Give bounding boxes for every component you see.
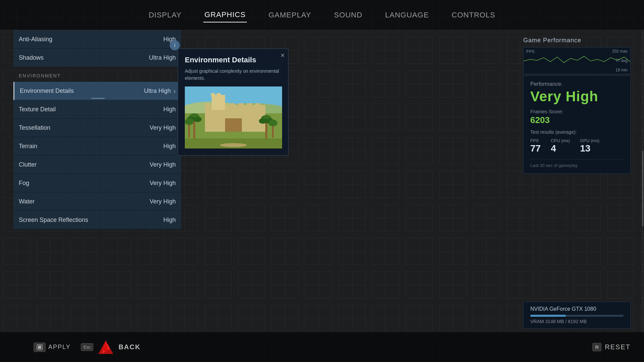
vram-bar-bg <box>530 315 624 317</box>
back-label-text: BACK <box>118 343 141 351</box>
perf-title: Game Performance <box>523 37 631 44</box>
svg-rect-13 <box>212 95 225 110</box>
nav-item-sound[interactable]: Sound <box>333 8 364 22</box>
frames-score-value: 6203 <box>530 115 624 125</box>
setting-name-antialiasing: Anti-Aliasing <box>19 36 52 43</box>
nav-item-gameplay[interactable]: Gameplay <box>267 8 312 22</box>
scrollbar-thumb[interactable] <box>642 151 643 226</box>
setting-row-texture-detail[interactable]: Texture Detail High <box>13 100 181 119</box>
setting-row-ssr[interactable]: Screen Space Reflections High <box>13 211 181 229</box>
reset-label-text: RESET <box>605 343 631 351</box>
svg-rect-11 <box>255 103 260 107</box>
vram-label: VRAM 3148 MB / 8192 MB <box>530 319 624 324</box>
perf-stat-gpu-label: GPU (ms) <box>580 138 599 143</box>
info-popup: Environment Details Adjust graphical com… <box>178 49 288 156</box>
svg-rect-32 <box>38 346 41 349</box>
setting-value-fog: Very High <box>150 180 176 187</box>
nav-item-language[interactable]: Language <box>384 8 430 22</box>
apply-button[interactable]: APPLY <box>34 343 71 352</box>
landscape-svg <box>185 86 282 148</box>
perf-stat-cpu: CPU (ms) 4 <box>551 138 570 154</box>
top-nav: Display Graphics Gameplay Sound Language… <box>0 0 644 30</box>
popup-description: Adjust graphical complexity on environme… <box>185 68 281 82</box>
svg-rect-12 <box>225 118 242 132</box>
setting-name-environment-details: Environment Details <box>20 87 74 95</box>
back-button[interactable]: Esc BACK <box>81 339 141 356</box>
setting-row-antialiasing[interactable]: Anti-Aliasing High <box>13 30 181 49</box>
perf-stats-row: FPS 77 CPU (ms) 4 GPU (ms) 13 <box>530 138 624 154</box>
setting-name-water: Water <box>19 198 35 205</box>
nav-item-controls[interactable]: Controls <box>450 8 497 22</box>
setting-row-shadows[interactable]: Shadows Ultra High <box>13 49 181 67</box>
apply-label-text: APPLY <box>48 344 71 351</box>
back-arrow-icon <box>97 339 115 356</box>
scrollbar-track <box>642 30 643 332</box>
settings-panel: Anti-Aliasing High Shadows Ultra High EN… <box>13 30 181 332</box>
svg-rect-9 <box>238 103 244 107</box>
esc-key-icon: Esc <box>81 343 94 351</box>
setting-name-terrain: Terrain <box>19 143 37 150</box>
setting-name-ssr: Screen Space Reflections <box>19 217 88 224</box>
svg-point-19 <box>194 117 202 122</box>
nav-item-display[interactable]: Display <box>147 8 183 22</box>
perf-stat-cpu-label: CPU (ms) <box>551 138 570 143</box>
svg-point-29 <box>220 143 247 147</box>
perf-stat-fps-value: 77 <box>530 143 541 154</box>
perf-label: Performance: <box>530 81 624 87</box>
setting-row-clutter[interactable]: Clutter Very High <box>13 156 181 174</box>
svg-rect-15 <box>217 93 221 97</box>
fps-graph-svg <box>524 48 630 74</box>
perf-stat-cpu-value: 4 <box>551 143 570 154</box>
svg-rect-10 <box>247 103 252 107</box>
section-label-environment: ENVIRONMENT <box>13 67 181 82</box>
setting-row-fog[interactable]: Fog Very High <box>13 174 181 192</box>
vram-bar-fill <box>530 315 566 317</box>
perf-stat-fps: FPS 77 <box>530 138 541 154</box>
setting-value-tessellation: Very High <box>150 124 176 131</box>
setting-value-texture-detail: High <box>163 106 176 113</box>
setting-name-shadows: Shadows <box>19 54 44 61</box>
setting-value-ssr: High <box>163 217 176 224</box>
bottom-bar: APPLY Esc BACK R RESET <box>0 332 644 362</box>
setting-row-tessellation[interactable]: Tessellation Very High <box>13 119 181 137</box>
reset-button[interactable]: R RESET <box>592 343 631 351</box>
popup-title: Environment Details <box>185 56 281 64</box>
setting-row-environment-details[interactable]: Environment Details Ultra High › <box>13 82 181 100</box>
perf-stat-gpu-value: 13 <box>580 143 599 154</box>
svg-rect-8 <box>230 103 235 107</box>
last-sec-label: Last 30 sec of gameplay <box>530 159 624 168</box>
test-results-label: Test results (average): <box>530 129 624 135</box>
setting-value-environment-details: Ultra High › <box>144 87 176 95</box>
setting-value-shadows: Ultra High <box>149 54 176 61</box>
perf-stat-gpu: GPU (ms) 13 <box>580 138 599 154</box>
performance-panel: Game Performance FPS 202 max 77 avg 19 m… <box>523 37 631 174</box>
apply-key-icon <box>34 343 46 352</box>
r-key-icon: R <box>592 343 601 351</box>
fps-chart: FPS 202 max 77 avg 19 min <box>523 47 631 74</box>
setting-value-clutter: Very High <box>150 161 176 168</box>
frames-score-label: Frames Score: <box>530 109 624 114</box>
setting-name-tessellation: Tessellation <box>19 124 50 131</box>
svg-rect-5 <box>205 103 210 107</box>
gpu-name: NVIDIA GeForce GTX 1080 <box>530 306 624 312</box>
setting-name-clutter: Clutter <box>19 161 37 168</box>
perf-value-big: Very High <box>530 88 624 105</box>
svg-rect-14 <box>211 93 215 97</box>
popup-close-button[interactable]: ✕ <box>280 52 285 59</box>
setting-row-water[interactable]: Water Very High <box>13 192 181 211</box>
perf-stat-fps-label: FPS <box>530 138 541 143</box>
setting-name-texture-detail: Texture Detail <box>19 106 56 113</box>
setting-name-fog: Fog <box>19 180 29 187</box>
perf-score-panel: Performance: Very High Frames Score: 620… <box>523 75 631 174</box>
setting-value-water: Very High <box>150 198 176 205</box>
drag-handle <box>91 98 105 99</box>
setting-row-terrain[interactable]: Terrain High <box>13 137 181 156</box>
gpu-panel: NVIDIA GeForce GTX 1080 VRAM 3148 MB / 8… <box>523 302 631 328</box>
arrow-icon-environment-details: › <box>173 87 176 95</box>
setting-value-terrain: High <box>163 143 176 150</box>
popup-image <box>185 86 282 148</box>
svg-point-25 <box>185 118 194 125</box>
nav-item-graphics[interactable]: Graphics <box>203 8 247 22</box>
svg-point-27 <box>269 120 277 126</box>
